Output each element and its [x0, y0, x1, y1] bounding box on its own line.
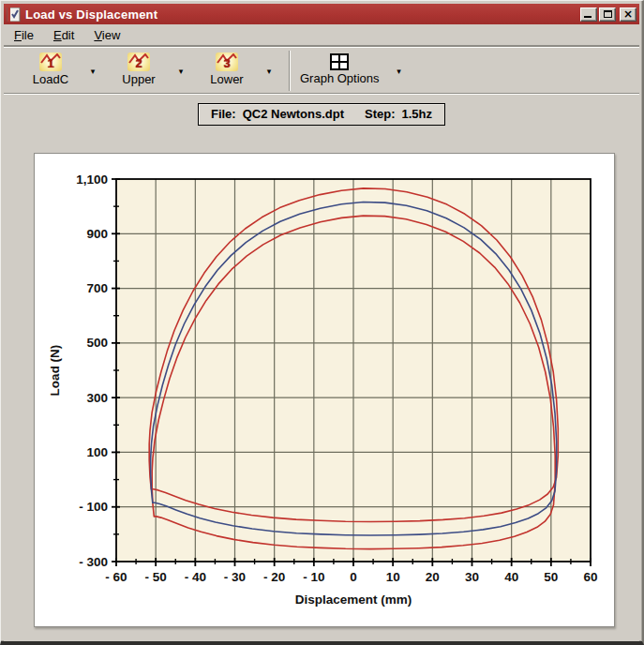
svg-text:10: 10	[386, 570, 400, 584]
graph-options-dropdown-button[interactable]: ▾	[391, 55, 408, 87]
svg-text:700: 700	[86, 281, 108, 295]
svg-text:20: 20	[426, 570, 440, 584]
svg-text:50: 50	[544, 570, 558, 584]
svg-text:Load (N): Load (N)	[48, 345, 62, 397]
upper-dropdown-button[interactable]: ▾	[172, 55, 189, 87]
file-label: File:	[211, 107, 236, 121]
maximize-icon	[604, 10, 612, 18]
svg-text:40: 40	[504, 570, 518, 584]
loadc-dropdown-button[interactable]: ▾	[84, 55, 101, 87]
svg-text:Displacement (mm): Displacement (mm)	[295, 592, 412, 607]
graph-options-button[interactable]: Graph Options	[296, 50, 383, 92]
menu-edit[interactable]: Edit	[48, 26, 80, 44]
svg-text:- 20: - 20	[263, 570, 285, 584]
minimize-button[interactable]	[580, 8, 597, 22]
lower-curve-3-icon: 3	[216, 52, 238, 71]
svg-text:500: 500	[86, 336, 108, 350]
svg-text:- 10: - 10	[303, 570, 324, 584]
upper-button[interactable]: 2 Upper	[112, 50, 165, 92]
upper-curve-2-icon: 2	[127, 52, 150, 71]
menu-file[interactable]: File	[8, 26, 39, 44]
svg-text:- 50: - 50	[145, 570, 167, 584]
chevron-down-icon: ▾	[397, 67, 401, 76]
chevron-down-icon: ▾	[179, 67, 184, 76]
client-area: File:QC2 Newtons.dptStep:1.5hz - 60- 50-…	[4, 103, 639, 645]
title-bar[interactable]: Load vs Displacement ×	[4, 4, 639, 24]
grid-window-icon	[329, 52, 350, 70]
svg-text:30: 30	[465, 570, 479, 584]
toolbar: 1 LoadC ▾ 2 Upper ▾ 3 Lower ▾	[4, 47, 639, 93]
loadc-curve-1-icon: 1	[39, 52, 62, 71]
window-title: Load vs Displacement	[25, 8, 580, 22]
svg-text:100: 100	[86, 445, 108, 459]
toolbar-separator	[289, 51, 291, 91]
load-vs-displacement-chart: - 60- 50- 40- 30- 20- 100102030405060- 3…	[36, 155, 613, 625]
app-window: Load vs Displacement × File Edit View 1 …	[0, 0, 644, 645]
file-status-box: File:QC2 Newtons.dptStep:1.5hz	[198, 103, 445, 126]
loadc-button[interactable]: 1 LoadC	[24, 50, 77, 92]
lower-dropdown-button[interactable]: ▾	[261, 55, 277, 87]
svg-text:- 30: - 30	[224, 570, 246, 584]
chevron-down-icon: ▾	[91, 67, 96, 76]
svg-text:- 60: - 60	[105, 570, 127, 584]
step-label: Step:	[365, 107, 396, 121]
menu-bar: File Edit View	[4, 24, 639, 45]
chevron-down-icon: ▾	[267, 67, 272, 76]
minimize-icon	[584, 16, 592, 18]
svg-text:- 300: - 300	[79, 555, 108, 569]
chart-panel: - 60- 50- 40- 30- 20- 100102030405060- 3…	[34, 153, 615, 627]
menu-view[interactable]: View	[88, 26, 126, 44]
close-button[interactable]: ×	[620, 8, 637, 22]
svg-text:- 100: - 100	[79, 500, 108, 514]
maximize-button[interactable]	[599, 8, 616, 22]
step-value: 1.5hz	[402, 107, 433, 121]
svg-text:0: 0	[350, 570, 357, 584]
svg-text:900: 900	[86, 227, 108, 241]
svg-text:60: 60	[583, 570, 597, 584]
svg-text:1,100: 1,100	[76, 172, 108, 187]
lower-button[interactable]: 3 Lower	[201, 50, 253, 92]
svg-text:300: 300	[86, 391, 108, 405]
window-controls: ×	[580, 8, 637, 22]
file-name: QC2 Newtons.dpt	[243, 107, 344, 121]
close-icon: ×	[623, 8, 633, 20]
app-icon	[7, 8, 21, 22]
svg-text:- 40: - 40	[185, 570, 206, 584]
